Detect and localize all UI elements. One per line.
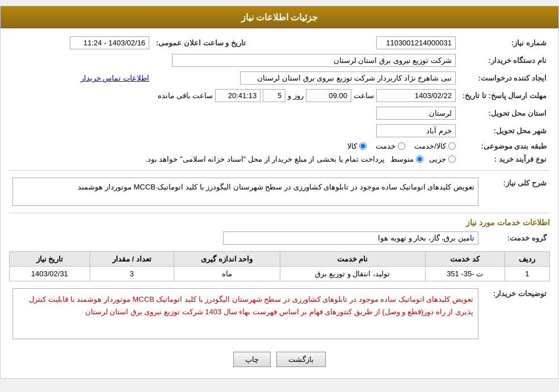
radio-kala-input[interactable] [359,142,367,150]
print-button[interactable]: چاپ [233,352,271,367]
radio-kala-khedmat-label: کالا/خدمت [414,142,446,150]
gorohe-label: گروه خدمت: [482,229,550,247]
page-title: جزئیات اطلاعات نیاز [1,6,558,28]
tosif-value-cell: تعویض کلیدهای اتوماتیک ساده موجود در تاب… [9,286,482,342]
mohlat-row: 1403/02/22 ساعت 09:00 روز و 5 20:41:13 س… [9,87,459,104]
sharh-value-cell: تعویض کلیدهای اتوماتیک ساده موجود در تاب… [9,175,482,208]
shomara-niaz-value: 1103001214000031 [249,34,459,52]
tarikh-elaan-box: 1403/02/16 - 11:24 [70,36,149,49]
radio-kala[interactable]: کالا [347,142,367,150]
baqi-value-box: 20:41:13 [215,89,260,102]
ostan-label: استان محل تحویل: [459,104,550,122]
shahr-label: شهر محل تحویل: [459,122,550,140]
gorohe-table: گروه خدمت: تامین برق، گاز، بخار و تهویه … [9,229,550,247]
navae-note: پرداخت تمام یا بخشی از مبلغ خریدار از مح… [145,155,385,163]
nam-dastgah-box: شرکت توزیع نیروی برق استان لرستان [172,54,456,67]
radio-khedmat-label: خدمت [376,142,396,150]
divider-2 [9,213,550,213]
ijad-label: ایجاد کننده درخواست: [459,69,550,87]
radio-motavaset-label: متوسط [390,155,414,163]
sharh-box: تعویض کلیدهای اتوماتیک ساده موجود در تاب… [12,178,478,206]
radio-jozii-label: جزیی [429,155,446,163]
navae-label: نوع فرآیند خرید : [459,153,550,166]
sharh-label: شرح کلی نیاز: [482,175,550,208]
ijad-link-cell[interactable]: اطلاعات تماس خریدار [9,69,153,87]
shomara-niaz-box: 1103001214000031 [376,36,456,49]
radio-jozii-input[interactable] [448,155,456,163]
col-date: تاریخ نیاز [10,252,90,267]
cell-count: 3 [90,267,174,281]
tarikh-elaan-label: تاریخ و ساعت اعلان عمومی: [153,34,249,52]
tosif-table: توضیحات خریدار: تعویض کلیدهای اتوماتیک س… [9,286,550,342]
rooz-value-box: 5 [263,89,285,102]
radio-jozii[interactable]: جزیی [429,155,456,163]
ettelaat-khadamat-title: اطلاعات خدمات مورد نیاز [9,218,550,227]
radio-khedmat-input[interactable] [398,142,405,150]
saat-label: ساعت [354,91,374,100]
nam-dastgah-label: نام دستگاه خریدار: [459,52,550,69]
col-radif: ردیف [505,252,549,267]
baqi-label: ساعت باقی مانده [158,91,213,100]
radio-kala-label: کالا [347,142,357,150]
cell-unit: ماه [174,267,280,281]
contact-link[interactable]: اطلاعات تماس خریدار [81,74,149,82]
tosif-box: تعویض کلیدهای اتوماتیک ساده موجود در تاب… [12,288,478,339]
navae-row: جزیی متوسط پرداخت تمام یا بخشی از مبلغ خ… [9,153,459,166]
col-unit: واحد اندازه گیری [174,252,280,267]
cell-radif: 1 [505,267,549,281]
sharh-table: شرح کلی نیاز: تعویض کلیدهای اتوماتیک ساد… [9,175,550,208]
tabaqe-label: طبقه بندی موضوعی: [459,140,550,153]
cell-date: 1403/02/31 [10,267,90,281]
shahr-value: خرم آباد [9,122,459,140]
tosif-label: توضیحات خریدار: [482,286,550,342]
rooz-label: روز و [288,91,304,100]
table-row: 1ت -35- 351تولید، انتقال و توزیع برقماه3… [10,267,550,281]
radio-motavaset-input[interactable] [416,155,423,163]
col-code: کد خدمت [425,252,505,267]
saat-value-box: 09:00 [306,89,351,102]
ijad-value: نبی شاهرخ نژاد کاربردار شرکت توزیع نیروی… [153,69,459,87]
cell-code: ت -35- 351 [425,267,505,281]
shahr-box: خرم آباد [376,124,456,137]
nam-dastgah-value: شرکت توزیع نیروی برق استان لرستان [9,52,459,69]
tabaqe-row: کالا/خدمت خدمت کالا [9,140,459,153]
divider-1 [9,170,550,171]
back-button[interactable]: بازگشت [276,352,326,367]
gorohe-box: تامین برق، گاز، بخار و تهویه هوا [223,231,478,245]
radio-khedmat[interactable]: خدمت [376,142,405,150]
gorohe-value-cell: تامین برق، گاز، بخار و تهویه هوا [9,229,482,247]
col-name: نام خدمت [280,252,425,267]
button-bar: بازگشت چاپ [9,346,550,373]
mohlat-label: مهلت ارسال پاسخ: تا تاریخ: [459,87,550,104]
shomara-niaz-label: شماره نیاز: [459,34,550,52]
radio-kala-khedmat[interactable]: کالا/خدمت [414,142,456,150]
radio-motavaset[interactable]: متوسط [390,155,423,163]
services-table: ردیف کد خدمت نام خدمت واحد اندازه گیری ت… [9,251,550,281]
col-count: تعداد / مقدار [90,252,174,267]
ostan-value: لرستان [9,104,459,122]
ostan-box: لرستان [376,107,456,120]
radio-kala-khedmat-input[interactable] [448,142,456,150]
info-table: شماره نیاز: 1103001214000031 تاریخ و ساع… [9,34,550,166]
tarikh-elaan-value: 1403/02/16 - 11:24 [9,34,153,52]
cell-name: تولید، انتقال و توزیع برق [280,267,425,281]
ijad-box: نبی شاهرخ نژاد کاربردار شرکت توزیع نیروی… [240,71,456,85]
date-value-box: 1403/02/22 [376,89,456,102]
